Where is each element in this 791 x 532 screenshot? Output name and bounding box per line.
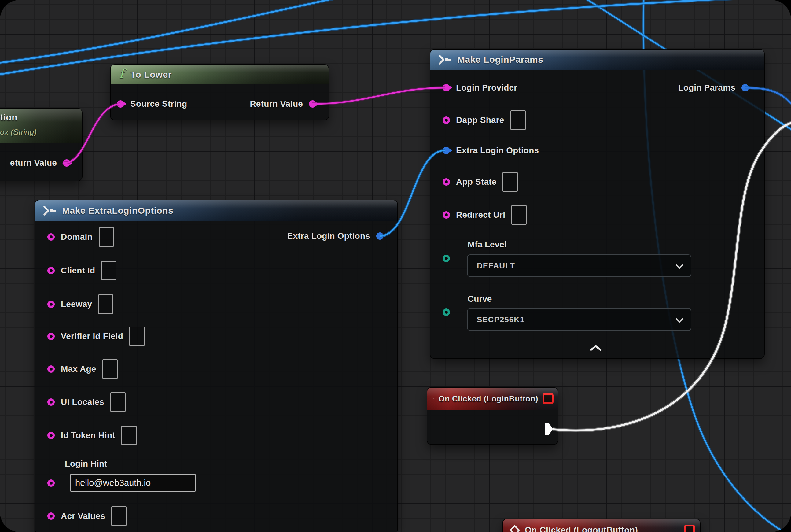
- pin-client-id[interactable]: [47, 267, 55, 274]
- mfa-level-label: Mfa Level: [468, 240, 507, 249]
- pin-ui-locales[interactable]: [47, 398, 55, 406]
- mfa-level-dropdown[interactable]: DEFAULT: [467, 254, 691, 277]
- pin-verifier-id-field[interactable]: [47, 332, 55, 340]
- pin-source-string[interactable]: [117, 100, 124, 108]
- pin-dapp-share-value-box[interactable]: [510, 110, 526, 130]
- collapse-node-chevron[interactable]: [589, 345, 602, 351]
- pin-exec-output[interactable]: [545, 423, 553, 435]
- pin-login-params-output[interactable]: [741, 84, 749, 91]
- curve-dropdown[interactable]: SECP256K1: [467, 308, 691, 331]
- pin-dapp-share-label: Dapp Share: [456, 115, 504, 125]
- pin-extra-login-options-output[interactable]: [376, 232, 384, 240]
- pin-curve[interactable]: [443, 308, 450, 316]
- node-on-clicked-login-button-header: On Clicked (LoginButton): [427, 388, 558, 410]
- pin-mfa-level[interactable]: [443, 255, 450, 262]
- pin-redirect-url-value-box[interactable]: [512, 205, 527, 225]
- pin-acr-values-value-box[interactable]: [111, 506, 127, 526]
- pin-login-params-output-label: Login Params: [678, 83, 735, 93]
- pin-leeway[interactable]: [47, 301, 55, 308]
- mfa-level-value: DEFAULT: [477, 261, 515, 271]
- make-struct-icon: [42, 206, 57, 216]
- login-hint-input[interactable]: [70, 474, 196, 492]
- pin-acr-values[interactable]: [47, 512, 55, 520]
- pin-max-age-value-box[interactable]: [102, 359, 118, 379]
- make-struct-icon: [438, 54, 452, 65]
- pin-id-token-hint[interactable]: [47, 432, 55, 439]
- pin-client-id-value-box[interactable]: [101, 261, 116, 280]
- pin-return-value[interactable]: [309, 100, 316, 108]
- pin-return-value-label: eturn Value: [10, 158, 57, 168]
- node-make-extra-login-options-title: Make ExtraLoginOptions: [62, 206, 173, 216]
- node-on-clicked-login-button[interactable]: On Clicked (LoginButton): [427, 388, 558, 444]
- pin-login-hint[interactable]: [47, 479, 55, 487]
- pin-return-value-label: Return Value: [250, 99, 303, 109]
- pin-extra-login-options-input-label: Extra Login Options: [456, 146, 539, 155]
- pin-max-age-label: Max Age: [61, 364, 96, 374]
- pin-id-token-hint-value-box[interactable]: [121, 425, 137, 445]
- pin-dapp-share[interactable]: [443, 116, 450, 124]
- function-f-icon: f: [119, 66, 124, 81]
- node-on-clicked-login-button-title: On Clicked (LoginButton): [438, 394, 538, 404]
- pin-client-id-label: Client Id: [61, 266, 95, 276]
- node-on-clicked-logout-button-title: On Clicked (LogoutButton): [525, 525, 638, 532]
- node-partial-function-subtitle: ox (String): [0, 128, 37, 137]
- curve-value: SECP256K1: [477, 315, 524, 324]
- pin-verifier-id-field-label: Verifier Id Field: [61, 331, 123, 341]
- pin-source-string-label: Source String: [130, 99, 187, 109]
- pin-max-age[interactable]: [47, 365, 55, 373]
- event-diamond-icon: [433, 394, 434, 404]
- node-to-lower[interactable]: f To Lower Source String Return Value: [111, 65, 329, 120]
- node-to-lower-title: To Lower: [131, 70, 172, 80]
- node-partial-function[interactable]: tion ox (String) eturn Value: [0, 109, 82, 181]
- node-make-login-params[interactable]: Make LoginParams Login Params Login Prov…: [430, 50, 764, 358]
- blueprint-graph-canvas[interactable]: tion ox (String) eturn Value f To Lower …: [0, 0, 791, 532]
- pin-app-state[interactable]: [443, 178, 450, 186]
- curve-label: Curve: [468, 294, 492, 304]
- pin-extra-login-options-output-label: Extra Login Options: [287, 231, 370, 241]
- pin-return-value-output[interactable]: [63, 159, 70, 167]
- pin-app-state-value-box[interactable]: [502, 172, 518, 192]
- node-make-login-params-header: Make LoginParams: [430, 50, 764, 70]
- pin-leeway-label: Leeway: [61, 299, 92, 309]
- pin-login-provider[interactable]: [443, 84, 450, 91]
- event-diamond-icon: [509, 525, 520, 532]
- node-make-extra-login-options-header: Make ExtraLoginOptions: [35, 200, 397, 221]
- pin-domain[interactable]: [47, 233, 55, 241]
- pin-id-token-hint-label: Id Token Hint: [61, 431, 115, 440]
- chevron-down-icon: [675, 261, 683, 269]
- node-partial-function-header: tion ox (String): [0, 109, 82, 143]
- node-to-lower-header: f To Lower: [111, 65, 329, 84]
- node-on-clicked-logout-button[interactable]: On Clicked (LogoutButton): [503, 519, 700, 532]
- node-make-login-params-title: Make LoginParams: [457, 54, 543, 65]
- event-bind-icon[interactable]: [542, 393, 554, 404]
- node-make-extra-login-options[interactable]: Make ExtraLoginOptions Extra Login Optio…: [35, 200, 397, 532]
- pin-leeway-value-box[interactable]: [98, 294, 113, 314]
- pin-redirect-url[interactable]: [443, 211, 450, 218]
- pin-login-provider-label: Login Provider: [456, 83, 517, 93]
- node-partial-function-title: tion: [0, 112, 17, 122]
- pin-acr-values-label: Acr Values: [61, 511, 105, 521]
- pin-ui-locales-value-box[interactable]: [110, 392, 126, 412]
- pin-extra-login-options-input[interactable]: [443, 147, 450, 154]
- pin-login-hint-label: Login Hint: [65, 459, 107, 469]
- pin-verifier-id-field-value-box[interactable]: [129, 326, 144, 346]
- chevron-down-icon: [675, 315, 683, 323]
- pin-redirect-url-label: Redirect Url: [456, 210, 505, 220]
- pin-ui-locales-label: Ui Locales: [61, 397, 104, 407]
- pin-app-state-label: App State: [456, 177, 496, 187]
- pin-domain-value-box[interactable]: [99, 227, 114, 247]
- pin-domain-label: Domain: [61, 232, 93, 242]
- event-bind-icon[interactable]: [684, 525, 695, 532]
- node-on-clicked-logout-button-header: On Clicked (LogoutButton): [503, 519, 700, 532]
